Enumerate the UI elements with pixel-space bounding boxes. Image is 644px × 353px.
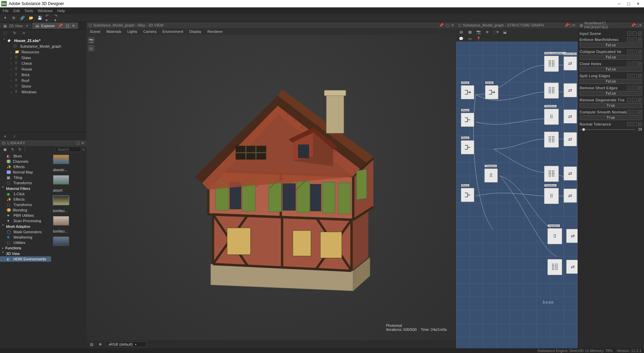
graph-node-array[interactable]: ⠿⠿⠿⠿ xyxy=(547,259,562,275)
tree-item-glass[interactable]: ›⠿Glass xyxy=(0,55,87,60)
lib-cat-blending[interactable]: Blending xyxy=(0,207,51,213)
new-sub-icon[interactable]: ⧉ xyxy=(11,15,17,21)
new-icon[interactable]: ✦ xyxy=(2,15,8,21)
vpmenu-env[interactable]: Environment xyxy=(162,30,183,34)
graph-node-array[interactable]: ⠿⠿⠿⠿ xyxy=(544,83,559,99)
info-icon[interactable]: i▾ xyxy=(484,29,490,35)
graph-node-transform[interactable]: Transform⠿ xyxy=(484,168,498,183)
explorer-refresh-icon[interactable]: ↻ xyxy=(11,30,17,36)
prop-value[interactable]: False xyxy=(580,79,642,84)
layers-icon[interactable]: ❖ xyxy=(97,341,103,347)
graph-node-scene[interactable]: ⇄ xyxy=(564,132,577,146)
graph-node-scene[interactable]: ⇄ xyxy=(566,229,578,243)
pin-icon[interactable]: 📌 xyxy=(565,23,569,28)
graph-node-scene[interactable]: ⇄ xyxy=(564,83,577,97)
explorer-tool-icon[interactable]: ⬚ xyxy=(2,30,8,36)
tree-root[interactable]: ˅◈ House_21.sbs* xyxy=(0,38,87,43)
open-icon[interactable]: 📂 xyxy=(28,15,34,21)
stack-icon[interactable]: ▤ xyxy=(458,29,464,35)
target-icon[interactable]: ◎ xyxy=(88,45,95,52)
menu-file[interactable]: File xyxy=(3,9,9,13)
lib-cat-effects2[interactable]: ✨Effects xyxy=(0,197,51,202)
graph-node-scene[interactable]: ⇄ xyxy=(564,109,577,123)
graph-canvas[interactable]: Merge Merge Merge Merge Transform⠿ Merge… xyxy=(456,42,578,348)
expand-icon[interactable]: ▫ xyxy=(633,32,637,36)
graph-node-merge[interactable]: Merge xyxy=(461,113,474,127)
minimize-button[interactable]: ─ xyxy=(614,0,624,7)
graph-node-scene[interactable]: ⇄ xyxy=(564,189,577,203)
panel-max-icon[interactable]: ▢ xyxy=(446,23,449,28)
tree-item-roof[interactable]: ›⠿Roof xyxy=(0,78,87,83)
graph-node-array[interactable]: Array copy&trans…⠿⠿⠿⠿ xyxy=(544,56,559,72)
prop-value[interactable]: False xyxy=(580,91,642,96)
tree-item-resources[interactable]: ›📁Resources xyxy=(0,49,87,55)
lib-cat-util[interactable]: ⬚Utilities xyxy=(0,240,51,245)
panel-max-icon[interactable]: ▢ xyxy=(636,23,639,28)
lib-head-matfilt[interactable]: ˅Material Filters xyxy=(0,186,51,191)
link-icon[interactable]: 🔗 xyxy=(19,15,25,21)
thumb-item[interactable]: bonifaci… xyxy=(53,216,70,233)
pin2-icon[interactable]: 📍 xyxy=(476,36,482,42)
close-button[interactable]: ✕ xyxy=(633,0,643,7)
menu-tools[interactable]: Tools xyxy=(24,9,33,13)
lib-cat-1click[interactable]: ◉1-Click xyxy=(0,191,51,197)
tab-2d-view[interactable]: ▦ 2D View ✕ xyxy=(0,23,32,29)
lib-cat-maskgen[interactable]: ◯Mask Generators xyxy=(0,229,51,235)
lib-cat-channels[interactable]: Channels xyxy=(0,159,51,164)
tab-explorer[interactable]: 🗂 Explorer 📌 ▢ ✕ xyxy=(32,22,78,29)
lib-cat-pbr[interactable]: ✴PBR Utilities xyxy=(0,213,51,218)
tree-item-check[interactable]: ›⠿Check xyxy=(0,60,87,66)
lib-cat-hdri[interactable]: ◐HDRI Environments xyxy=(0,256,51,262)
node-icon[interactable]: ⬚▾ xyxy=(493,29,499,35)
pin-icon[interactable]: 📌 xyxy=(57,23,64,28)
pin-icon[interactable]: 📌 xyxy=(631,23,636,28)
viewport-canvas[interactable]: 📷 ◎ xyxy=(87,35,456,340)
tab-close-icon[interactable]: ✕ xyxy=(26,24,29,28)
graph-node-merge[interactable]: Merge xyxy=(485,85,498,99)
tree-item-windows[interactable]: ›⠿Windows xyxy=(0,89,87,95)
explorer-hier-icon[interactable]: ፨ xyxy=(21,30,27,36)
tree-item-brick[interactable]: ›⠿Brick xyxy=(0,72,87,78)
align-icon[interactable]: ⬓ xyxy=(502,29,508,35)
vpmenu-camera[interactable]: Camera xyxy=(143,30,156,34)
library-search-input[interactable] xyxy=(55,147,81,152)
lib-cat-scan[interactable]: ✦Scan Processing xyxy=(0,218,51,223)
tab-close-icon[interactable]: ✕ xyxy=(72,24,75,28)
graph-node-scene[interactable]: ⇄ xyxy=(564,166,577,181)
vpmenu-lights[interactable]: Lights xyxy=(127,30,137,34)
menu-help[interactable]: Help xyxy=(57,9,65,13)
tree-item-stone[interactable]: ›⠿Stone xyxy=(0,83,87,89)
filter-icon[interactable]: ▣ xyxy=(2,146,8,152)
vpmenu-materials[interactable]: Materials xyxy=(106,30,121,34)
graph-node-merge[interactable]: Merge xyxy=(461,140,474,154)
prop-value[interactable]: False xyxy=(580,43,642,48)
vpmenu-renderer[interactable]: Renderer xyxy=(207,30,223,34)
tolerance-slider[interactable]: 30 xyxy=(580,128,642,132)
lib-cat-effects[interactable]: ✨Effects xyxy=(0,164,51,169)
graph-node-transform[interactable]: Transform⠿ xyxy=(544,188,559,204)
maximize-button[interactable]: ▢ xyxy=(624,0,633,7)
lib-cat-normal[interactable]: Normal Map xyxy=(0,169,51,175)
frame-icon[interactable]: ▭ xyxy=(467,36,473,42)
undo-icon[interactable]: ↶ ▾ xyxy=(46,15,52,21)
menu-edit[interactable]: Edit xyxy=(13,9,20,13)
colorspace-select[interactable]: sRGB (default) ▾ xyxy=(106,342,146,347)
graph-node-merge[interactable]: Merge xyxy=(461,85,474,99)
thumb-item[interactable]: bonifaci… xyxy=(53,196,70,213)
panel-close-icon[interactable]: ✕ xyxy=(639,23,642,28)
list-icon[interactable]: ≡ xyxy=(2,133,8,139)
vpmenu-display[interactable]: Display xyxy=(189,30,201,34)
panel-close-icon[interactable]: ✕ xyxy=(573,23,576,28)
lib-head-func[interactable]: ›Functions xyxy=(0,245,51,251)
lib-head-3dview[interactable]: ˅3D View xyxy=(0,251,51,256)
graph-node-scene[interactable]: ⇄ xyxy=(566,260,578,274)
swatch-icon[interactable]: ▨ xyxy=(89,341,95,347)
lib-cat-weather[interactable]: ❄Weathering xyxy=(0,235,51,240)
grid-icon[interactable]: ▦ xyxy=(467,29,473,35)
thumb-item[interactable] xyxy=(53,237,70,246)
lib-cat-tiling[interactable]: ▦Tiling xyxy=(0,175,51,180)
search-expand-icon[interactable]: » xyxy=(83,147,85,151)
panel-close-icon[interactable]: ✕ xyxy=(81,141,85,145)
thumb-item[interactable]: abando… xyxy=(53,155,70,172)
lib-head-mesh[interactable]: ˅Mesh Adaptive xyxy=(0,223,51,229)
